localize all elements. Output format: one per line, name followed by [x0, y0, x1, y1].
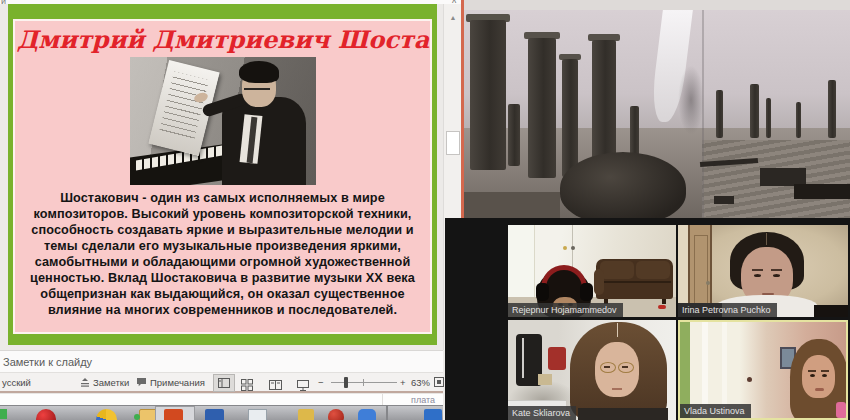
slideshow-button[interactable] — [297, 376, 309, 394]
video-feed-vlada-active-speaker[interactable]: Vlada Ustinova — [678, 320, 848, 420]
status-bar: усский Заметки Примечания — [0, 373, 443, 393]
photo-man-suit — [222, 97, 306, 185]
participant-face — [802, 355, 835, 398]
chimney-ruin — [528, 38, 556, 178]
chimney-far — [750, 84, 759, 138]
taskbar-browser-icon[interactable] — [96, 409, 117, 420]
couch-armrest — [594, 269, 604, 295]
pink-object — [836, 402, 846, 418]
chimney-far — [828, 80, 836, 138]
couch-cushion — [600, 261, 634, 279]
slide-body-text[interactable]: Шостакович - один из самых исполняемых в… — [21, 190, 425, 318]
shoulder — [814, 305, 848, 317]
chimney-ruin — [470, 20, 506, 170]
headphone-cup — [536, 283, 549, 301]
taskbar-word-icon[interactable] — [205, 409, 224, 420]
door-panel — [694, 235, 708, 307]
photo-man-hair — [239, 61, 279, 83]
couch-seat-line — [598, 281, 671, 283]
eye — [604, 366, 610, 368]
red-object — [658, 305, 666, 309]
normal-view-button[interactable] — [213, 374, 235, 392]
fit-slide-to-window-button[interactable] — [434, 373, 444, 391]
video-feed-kate[interactable]: Kate Skliarova — [508, 320, 676, 420]
taskbar-powerpoint-icon — [164, 409, 183, 420]
rubble-bit — [714, 196, 734, 204]
headphone-cup — [580, 283, 593, 301]
video-feed-irina[interactable]: Irina Petrovna Puchko — [678, 225, 848, 317]
comments-toggle-button[interactable]: Примечания — [136, 373, 205, 391]
video-call-shared-content[interactable] — [464, 0, 850, 218]
zoom-slider-track[interactable] — [331, 382, 397, 383]
bag-strap — [522, 338, 524, 378]
slide-title[interactable]: Дмитрий Дмитриевич Шостакович — [17, 27, 428, 53]
window-light — [508, 225, 535, 299]
participant-name-label: Irina Petrovna Puchko — [678, 303, 777, 317]
taskbar-app-icon-blue[interactable] — [358, 409, 376, 420]
scrollbar-thumb[interactable] — [446, 131, 460, 155]
mouth — [612, 388, 622, 390]
zoom-in-button[interactable]: + — [400, 373, 406, 391]
feed-background — [508, 320, 676, 420]
boulder — [560, 152, 686, 218]
zoom-slider-center-tick — [363, 379, 364, 386]
notes-panel[interactable]: Заметки к слайду — [0, 350, 443, 373]
war-ruins-video-frame — [464, 10, 850, 218]
wall-dot — [747, 377, 752, 382]
wall-socket — [571, 246, 575, 250]
eye — [754, 274, 761, 277]
slideshow-icon — [297, 380, 309, 391]
slide-canvas[interactable]: Дмитрий Дмитриевич Шостакович — [8, 4, 437, 345]
participant-name-label: Kate Skliarova — [508, 406, 576, 420]
notes-toggle-button[interactable]: Заметки — [80, 373, 129, 391]
eye — [810, 374, 815, 377]
taskbar-opera-icon[interactable] — [36, 409, 56, 420]
zoom-slider-thumb[interactable] — [344, 377, 348, 388]
video-feed-rejepnur[interactable]: Rejepnur Hojamammedov — [508, 225, 676, 317]
taskbar-app-icon-blue2[interactable] — [424, 409, 442, 420]
taskbar-powerpoint-button[interactable] — [155, 406, 195, 420]
eye — [773, 274, 780, 277]
hair-part — [617, 323, 618, 337]
participant-name-label: Vlada Ustinova — [680, 404, 751, 418]
eyebrow — [771, 269, 782, 271]
shostakovich-photo[interactable] — [130, 57, 316, 185]
hair-part — [766, 233, 767, 245]
chimney-stub — [630, 106, 639, 158]
eyebrow — [808, 370, 816, 372]
ribbon-text-fragment: й — [1, 0, 6, 3]
reading-view-icon — [269, 380, 282, 391]
normal-view-icon — [218, 378, 230, 388]
door-handle — [706, 281, 710, 285]
shirt — [578, 408, 668, 420]
taskbar-start-fragment[interactable] — [0, 409, 7, 419]
zoom-out-button[interactable]: − — [318, 373, 324, 391]
taskbar-window-icon[interactable] — [248, 409, 267, 420]
slide-sorter-button[interactable] — [241, 376, 253, 394]
language-indicator[interactable]: усский — [2, 373, 31, 391]
zoom-level-button[interactable]: 63% — [411, 373, 430, 391]
eyebrow — [752, 269, 763, 271]
taskbar-app-icon-red[interactable] — [328, 409, 344, 420]
taskbar-app-icon-yellow[interactable] — [298, 409, 314, 420]
comment-bubble-icon — [136, 377, 147, 387]
smoke-haze — [678, 65, 704, 135]
chimney-far — [716, 90, 723, 138]
eyebrow — [821, 370, 829, 372]
chimney-stub — [508, 104, 520, 166]
slide-content-box: Дмитрий Дмитриевич Шостакович — [13, 19, 432, 334]
photo-man-glasses — [244, 81, 270, 90]
couch-cushion — [636, 261, 670, 279]
reading-view-button[interactable] — [269, 376, 282, 394]
eye — [622, 366, 628, 368]
shelf-item — [538, 374, 552, 385]
rubble-crates — [794, 184, 850, 199]
scrollbar-up-arrow-icon[interactable]: ▲ — [447, 13, 459, 23]
rubble-patch — [464, 192, 560, 218]
taskbar-folder-badge — [134, 414, 140, 420]
taskbar-divider — [386, 406, 388, 420]
slide-sorter-icon — [241, 379, 253, 391]
chimney-ruin — [562, 59, 578, 177]
couch-leg — [662, 299, 666, 304]
notes-icon — [80, 377, 90, 387]
